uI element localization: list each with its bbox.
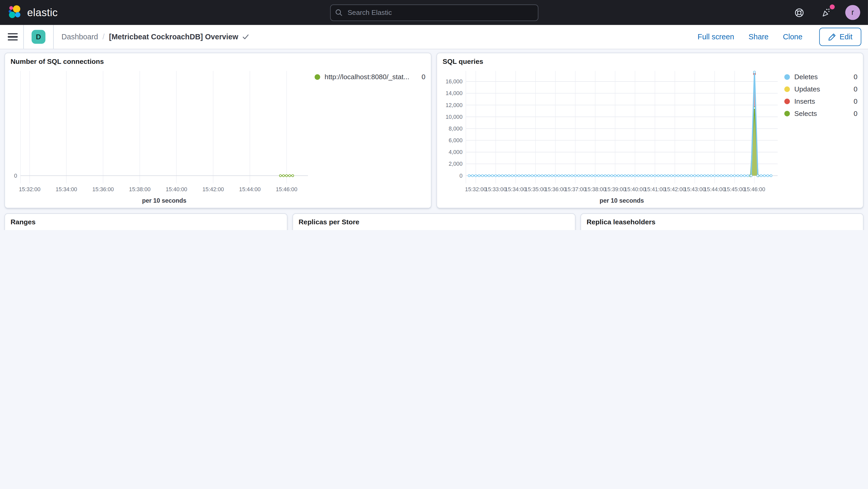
- legend-item[interactable]: http://localhost:8080/_stat...0: [315, 73, 425, 81]
- legend-label: Updates: [794, 86, 820, 93]
- navbar-right: r: [792, 5, 860, 20]
- svg-text:6,000: 6,000: [449, 137, 463, 144]
- ranges-chart[interactable]: 0102030405060708015:32:0015:34:0015:36:0…: [6, 227, 198, 230]
- svg-text:15:35:00: 15:35:00: [525, 186, 546, 192]
- svg-text:15:34:00: 15:34:00: [56, 186, 77, 192]
- replicas-per-store-chart[interactable]: 0102030405060708015:32:0015:35:0015:38:0…: [294, 227, 463, 230]
- user-avatar[interactable]: r: [845, 5, 860, 20]
- svg-text:12,000: 12,000: [445, 102, 463, 109]
- panel-title[interactable]: Number of SQL connections: [5, 53, 431, 66]
- sql-connections-chart[interactable]: 015:32:0015:34:0015:36:0015:38:0015:40:0…: [6, 66, 315, 208]
- top-navbar: elastic: [0, 0, 868, 25]
- dashboard-title[interactable]: [Metricbeat CockroachDB] Overview: [109, 33, 249, 41]
- breadcrumb: Dashboard / [Metricbeat CockroachDB] Ove…: [61, 33, 249, 41]
- svg-text:15:32:00: 15:32:00: [465, 186, 487, 192]
- svg-text:15:43:00: 15:43:00: [684, 186, 706, 192]
- svg-text:15:46:00: 15:46:00: [276, 186, 298, 192]
- panel-title[interactable]: Ranges: [5, 214, 287, 227]
- svg-text:15:37:00: 15:37:00: [565, 186, 586, 192]
- svg-text:15:44:00: 15:44:00: [704, 186, 725, 192]
- full-screen-button[interactable]: Full screen: [698, 33, 734, 41]
- legend-item[interactable]: Updates0: [784, 86, 858, 93]
- legend-label: Inserts: [794, 97, 815, 105]
- svg-text:14,000: 14,000: [445, 90, 463, 97]
- elastic-brand[interactable]: elastic: [8, 5, 58, 20]
- legend-value: 0: [849, 86, 858, 93]
- chart-legend: http://localhost:8080/_sta...89: [463, 227, 569, 230]
- legend-value: 0: [849, 73, 858, 81]
- legend-value: 0: [849, 110, 858, 118]
- svg-text:15:44:00: 15:44:00: [239, 186, 261, 192]
- divider: [53, 25, 54, 49]
- panel-title[interactable]: Replica leaseholders: [581, 214, 863, 227]
- clone-button[interactable]: Clone: [783, 33, 802, 41]
- global-search[interactable]: [330, 4, 538, 21]
- party-popper-icon: [821, 7, 831, 18]
- app-badge-letter: D: [36, 33, 41, 41]
- panel-replica-leaseholders: Replica leaseholders 0102030405060708015…: [581, 213, 864, 230]
- svg-text:10,000: 10,000: [445, 114, 463, 120]
- chart-legend: http://localhost:8080/_sta...89: [751, 227, 857, 230]
- replica-leaseholders-chart[interactable]: 0102030405060708015:32:0015:35:0015:38:0…: [582, 227, 751, 230]
- breadcrumb-separator: /: [103, 33, 105, 41]
- share-button[interactable]: Share: [748, 33, 769, 41]
- brand-text: elastic: [27, 6, 58, 19]
- search-icon: [335, 9, 343, 17]
- svg-text:8,000: 8,000: [449, 126, 463, 132]
- legend-color-dot: [784, 99, 790, 104]
- menu-icon[interactable]: [8, 33, 18, 41]
- legend-item[interactable]: Inserts0: [784, 97, 858, 105]
- edit-button[interactable]: Edit: [819, 28, 861, 46]
- breadcrumb-dashboard[interactable]: Dashboard: [61, 33, 98, 41]
- svg-text:15:32:00: 15:32:00: [19, 186, 41, 192]
- svg-text:15:46:00: 15:46:00: [744, 186, 765, 192]
- svg-text:per 10 seconds: per 10 seconds: [599, 197, 644, 204]
- legend-label: http://localhost:8080/_stat...: [324, 73, 409, 81]
- dashboard-grid: Number of SQL connections 015:32:0015:34…: [0, 50, 868, 230]
- legend-item[interactable]: Deletes0: [784, 73, 858, 81]
- elastic-logo-icon: [8, 5, 23, 20]
- dashboard-title-text: [Metricbeat CockroachDB] Overview: [109, 33, 238, 41]
- svg-text:2,000: 2,000: [449, 161, 463, 167]
- kibana-app: elastic: [0, 0, 868, 230]
- svg-text:15:45:00: 15:45:00: [724, 186, 745, 192]
- whats-new-button[interactable]: [819, 5, 833, 20]
- chart-legend: http://localhost:8080/_stat...0: [315, 66, 425, 208]
- svg-text:15:40:00: 15:40:00: [624, 186, 646, 192]
- chart-legend: Deletes0Updates0Inserts0Selects0: [784, 66, 858, 208]
- help-button[interactable]: [792, 5, 806, 20]
- breadcrumb-bar: D Dashboard / [Metricbeat CockroachDB] O…: [0, 25, 868, 50]
- pencil-icon: [828, 33, 836, 41]
- legend-color-dot: [784, 111, 790, 116]
- svg-text:15:42:00: 15:42:00: [203, 186, 224, 192]
- legend-color-dot: [315, 74, 320, 80]
- svg-text:15:42:00: 15:42:00: [664, 186, 686, 192]
- svg-text:15:39:00: 15:39:00: [604, 186, 626, 192]
- svg-text:0: 0: [459, 173, 463, 179]
- panel-ranges: Ranges 0102030405060708015:32:0015:34:00…: [4, 213, 287, 230]
- dashboard-app-badge: D: [32, 30, 45, 44]
- notification-dot: [830, 4, 835, 9]
- svg-text:per 10 seconds: per 10 seconds: [142, 197, 186, 204]
- legend-label: Selects: [794, 110, 817, 118]
- avatar-initial: r: [851, 8, 854, 17]
- search-input[interactable]: [346, 8, 533, 17]
- svg-text:15:40:00: 15:40:00: [166, 186, 187, 192]
- svg-text:4,000: 4,000: [449, 149, 463, 155]
- legend-color-dot: [784, 74, 790, 80]
- legend-value: 0: [849, 97, 858, 105]
- edit-button-label: Edit: [840, 33, 852, 41]
- svg-text:15:41:00: 15:41:00: [644, 186, 665, 192]
- check-icon: [242, 33, 249, 41]
- panel-title[interactable]: SQL queries: [437, 53, 863, 66]
- legend-label: Deletes: [794, 73, 818, 81]
- svg-text:15:36:00: 15:36:00: [545, 186, 566, 192]
- panel-number-of-sql-connections: Number of SQL connections 015:32:0015:34…: [4, 53, 432, 208]
- legend-item[interactable]: Selects0: [784, 110, 858, 118]
- panel-sql-queries: SQL queries 02,0004,0006,0008,00010,0001…: [436, 53, 864, 208]
- sql-queries-chart[interactable]: 02,0004,0006,0008,00010,00012,00014,0001…: [438, 66, 784, 208]
- divider: [23, 25, 24, 49]
- legend-color-dot: [784, 87, 790, 92]
- chart-legend: Underreplicated0Overreplicated0Unavailab…: [198, 227, 281, 230]
- panel-title[interactable]: Replicas per Store: [293, 214, 575, 227]
